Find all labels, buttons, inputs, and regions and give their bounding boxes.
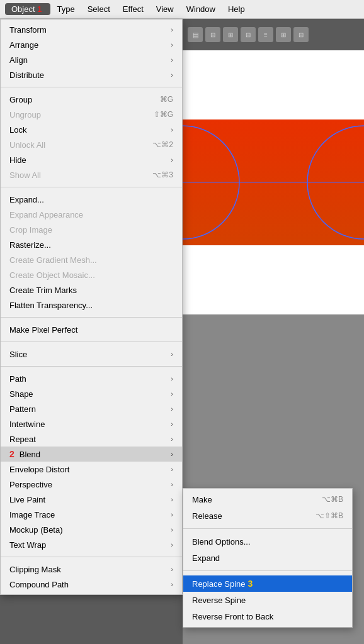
toolbar-icon-2[interactable]: ⊟ [205,27,220,42]
submenu-item-expand[interactable]: Expand [183,550,352,566]
menu-item-rasterize[interactable]: Rasterize... [1,237,182,252]
toolbar-icon-7[interactable]: ⊟ [293,27,309,42]
separator [1,557,182,557]
menu-item-text-wrap[interactable]: Text Wrap › [1,537,182,552]
menu-item-live-paint[interactable]: Live Paint › [1,492,182,507]
object-menu: Transform › Arrange › Align › Distribute… [0,19,183,595]
menu-item-compound-path[interactable]: Compound Path › [1,577,182,592]
arrow-icon: › [171,350,173,358]
menu-item-mockup-beta[interactable]: Mockup (Beta) › [1,522,182,537]
arrow-icon: › [171,126,173,133]
menu-object[interactable]: Object 1 [5,3,50,15]
toolbar-icon-1[interactable]: ▤ [188,27,203,42]
menu-item-pattern[interactable]: Pattern › [1,401,182,416]
submenu-item-blend-options[interactable]: Blend Options... [183,533,352,550]
menu-item-slice[interactable]: Slice › [1,347,182,362]
menu-window[interactable]: Window [180,3,222,15]
menu-item-lock[interactable]: Lock › [1,122,182,137]
toolbar-icon-3[interactable]: ⊞ [223,27,238,42]
arrow-icon: › [171,541,173,548]
submenu-item-reverse-front-to-back[interactable]: Reverse Front to Back [183,608,352,625]
menu-item-create-gradient-mesh: Create Gradient Mesh... [1,252,182,267]
menu-item-repeat[interactable]: Repeat › [1,431,182,447]
arrow-icon: › [171,420,173,428]
separator [183,528,352,529]
separator [183,570,352,571]
arrow-icon: › [171,390,173,397]
arrow-icon: › [171,56,173,64]
canvas-svg [183,119,364,245]
arrow-icon: › [171,405,173,413]
menu-item-distribute[interactable]: Distribute › [1,67,182,82]
arrow-icon: › [171,496,173,503]
separator [1,341,182,342]
separator [1,87,182,87]
menu-item-align[interactable]: Align › [1,52,182,67]
submenu-item-replace-spine[interactable]: Replace Spine 3 [183,575,352,592]
menu-item-flatten-transparency[interactable]: Flatten Transparency... [1,297,182,313]
arrow-icon: › [171,480,173,488]
submenu-item-release[interactable]: Release ⌥⇧⌘B [183,508,352,524]
separator [1,187,182,187]
arrow-icon: › [171,580,173,588]
toolbar-strip: ▤ ⊟ ⊞ ⊟ ≡ ⊞ ⊟ [183,19,364,50]
badge-2: 2 [9,449,14,459]
arrow-icon: › [171,450,173,458]
menu-item-unlock-all: Unlock All ⌥⌘2 [1,137,182,152]
arrow-icon: › [171,26,173,33]
badge-3: 3 [248,579,253,589]
menu-item-group[interactable]: Group ⌘G [1,92,182,107]
separator [1,366,182,367]
menu-item-perspective[interactable]: Perspective › [1,477,182,492]
menu-item-transform[interactable]: Transform › [1,22,182,37]
menu-item-expand-appearance: Expand Appearance [1,207,182,222]
menu-item-intertwine[interactable]: Intertwine › [1,416,182,431]
toolbar-icon-5[interactable]: ≡ [258,27,273,42]
menu-item-arrange[interactable]: Arrange › [1,37,182,52]
menu-item-create-object-mosaic: Create Object Mosaic... [1,267,182,282]
arrow-icon: › [171,375,173,382]
menu-item-path[interactable]: Path › [1,371,182,386]
menu-item-hide[interactable]: Hide › [1,152,182,167]
menu-item-create-trim-marks[interactable]: Create Trim Marks [1,282,182,297]
blend-submenu: Make ⌥⌘B Release ⌥⇧⌘B Blend Options... E… [183,488,353,628]
menu-help[interactable]: Help [222,3,251,15]
menu-item-crop-image: Crop Image [1,222,182,237]
arrow-icon: › [171,71,173,79]
menu-type[interactable]: Type [50,3,81,15]
arrow-icon: › [171,565,173,573]
arrow-icon: › [171,41,173,48]
arrow-icon: › [171,156,173,164]
arrow-icon: › [171,465,173,473]
submenu-item-reverse-spine[interactable]: Reverse Spine [183,592,352,608]
menu-effect[interactable]: Effect [117,3,150,15]
arrow-icon: › [171,526,173,533]
canvas-red [183,119,364,245]
menu-item-image-trace[interactable]: Image Trace › [1,507,182,522]
menu-item-ungroup: Ungroup ⇧⌘G [1,107,182,122]
menu-item-blend[interactable]: 2 Blend › [1,447,182,462]
menu-bar: Object 1 Type Select Effect View Window … [0,0,364,19]
menu-select[interactable]: Select [81,3,117,15]
menu-item-make-pixel-perfect[interactable]: Make Pixel Perfect [1,322,182,337]
menu-view[interactable]: View [150,3,180,15]
menu-item-clipping-mask[interactable]: Clipping Mask › [1,562,182,577]
menu-item-show-all: Show All ⌥⌘3 [1,167,182,182]
arrow-icon: › [171,435,173,443]
toolbar-icon-6[interactable]: ⊞ [276,27,291,42]
submenu-item-make[interactable]: Make ⌥⌘B [183,491,352,508]
menu-item-expand[interactable]: Expand... [1,192,182,207]
toolbar-icon-4[interactable]: ⊟ [241,27,256,42]
menu-item-shape[interactable]: Shape › [1,386,182,401]
menu-item-envelope-distort[interactable]: Envelope Distort › [1,462,182,477]
arrow-icon: › [171,511,173,518]
separator [1,317,182,318]
